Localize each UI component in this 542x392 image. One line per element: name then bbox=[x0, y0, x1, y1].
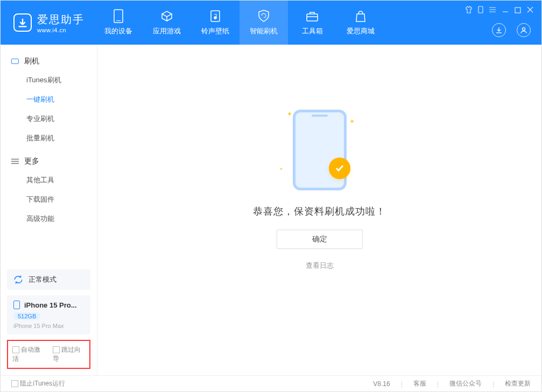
bag-icon bbox=[354, 9, 368, 23]
device-name-row: iPhone 15 Pro... bbox=[13, 301, 84, 309]
check-badge-icon bbox=[329, 158, 350, 179]
success-illustration: ✦ ✦ ✦ bbox=[274, 107, 365, 193]
nav-toolbox[interactable]: 工具箱 bbox=[288, 1, 336, 45]
sidebar-bottom: 正常模式 iPhone 15 Pro... 512GB iPhone 15 Pr… bbox=[1, 263, 97, 375]
download-icon[interactable] bbox=[492, 23, 506, 37]
sidebar-group-flash: 刷机 bbox=[1, 52, 97, 70]
more-group-icon bbox=[11, 159, 19, 164]
sidebar-item-download-firmware[interactable]: 下载固件 bbox=[1, 190, 97, 209]
sidebar: 刷机 iTunes刷机 一键刷机 专业刷机 批量刷机 更多 其他工具 下载固件 … bbox=[1, 45, 97, 375]
svg-point-7 bbox=[523, 28, 525, 31]
sidebar-item-pro-flash[interactable]: 专业刷机 bbox=[1, 109, 97, 129]
svg-rect-5 bbox=[478, 6, 483, 13]
main-nav: 我的设备 应用游戏 铃声壁纸 智能刷机 工具箱 爱思商城 bbox=[94, 1, 385, 45]
version-label: V8.16 bbox=[373, 380, 390, 388]
sidebar-group-more: 更多 bbox=[1, 152, 97, 170]
flash-group-icon bbox=[11, 59, 19, 64]
main-content: ✦ ✦ ✦ 恭喜您，保资料刷机成功啦！ 确定 查看日志 bbox=[97, 45, 541, 375]
mode-card[interactable]: 正常模式 bbox=[7, 269, 90, 290]
phone-icon bbox=[13, 301, 20, 309]
logo-icon bbox=[13, 13, 32, 32]
ok-button[interactable]: 确定 bbox=[277, 230, 363, 249]
sidebar-item-oneclick-flash[interactable]: 一键刷机 bbox=[1, 90, 97, 109]
storage-badge: 512GB bbox=[13, 312, 40, 320]
sidebar-item-advanced[interactable]: 高级功能 bbox=[1, 209, 97, 229]
check-update-link[interactable]: 检查更新 bbox=[505, 379, 531, 388]
checkbox-annotation-box: 自动激活 跳过向导 bbox=[7, 340, 90, 369]
sidebar-item-batch-flash[interactable]: 批量刷机 bbox=[1, 129, 97, 148]
sidebar-item-itunes-flash[interactable]: iTunes刷机 bbox=[1, 70, 97, 90]
music-icon bbox=[208, 9, 222, 23]
device-card[interactable]: iPhone 15 Pro... 512GB iPhone 15 Pro Max bbox=[7, 295, 90, 334]
block-itunes-checkbox[interactable]: 阻止iTunes运行 bbox=[11, 379, 65, 388]
svg-point-3 bbox=[214, 17, 216, 19]
view-log-link[interactable]: 查看日志 bbox=[306, 261, 334, 270]
close-icon[interactable] bbox=[526, 6, 534, 16]
nav-my-device[interactable]: 我的设备 bbox=[94, 1, 143, 45]
window-controls bbox=[465, 6, 534, 16]
status-right: V8.16 | 客服 | 微信公众号 | 检查更新 bbox=[373, 379, 531, 388]
logo-area: 爱思助手 www.i4.cn bbox=[13, 12, 94, 33]
maximize-icon[interactable] bbox=[515, 6, 521, 16]
svg-rect-6 bbox=[515, 8, 520, 13]
brand-subtitle: www.i4.cn bbox=[37, 27, 85, 33]
skin-icon[interactable] bbox=[465, 6, 473, 16]
brand: 爱思助手 www.i4.cn bbox=[37, 12, 85, 33]
app-body: 刷机 iTunes刷机 一键刷机 专业刷机 批量刷机 更多 其他工具 下载固件 … bbox=[1, 45, 541, 375]
nav-apps-games[interactable]: 应用游戏 bbox=[143, 1, 191, 45]
nav-store[interactable]: 爱思商城 bbox=[336, 1, 385, 45]
svg-rect-2 bbox=[211, 11, 220, 22]
minimize-icon[interactable] bbox=[502, 6, 509, 16]
device-icon bbox=[111, 9, 125, 23]
wechat-link[interactable]: 微信公众号 bbox=[449, 379, 482, 388]
refresh-icon bbox=[13, 275, 23, 284]
auto-activate-checkbox[interactable]: 自动激活 bbox=[12, 345, 45, 364]
phone-small-icon[interactable] bbox=[478, 6, 483, 16]
cube-icon bbox=[160, 9, 174, 23]
support-link[interactable]: 客服 bbox=[413, 379, 426, 388]
svg-rect-4 bbox=[307, 14, 318, 21]
svg-rect-1 bbox=[116, 20, 121, 21]
user-icon[interactable] bbox=[517, 23, 531, 37]
brand-title: 爱思助手 bbox=[37, 12, 85, 27]
menu-icon[interactable] bbox=[489, 6, 496, 16]
success-message: 恭喜您，保资料刷机成功啦！ bbox=[253, 205, 386, 218]
shield-refresh-icon bbox=[257, 9, 271, 23]
sidebar-item-other-tools[interactable]: 其他工具 bbox=[1, 170, 97, 190]
status-bar: 阻止iTunes运行 V8.16 | 客服 | 微信公众号 | 检查更新 bbox=[1, 375, 541, 391]
toolbox-icon bbox=[305, 9, 319, 23]
mode-label: 正常模式 bbox=[29, 275, 57, 284]
nav-ringtone-wallpaper[interactable]: 铃声壁纸 bbox=[191, 1, 240, 45]
device-model: iPhone 15 Pro Max bbox=[13, 323, 84, 329]
skip-wizard-checkbox[interactable]: 跳过向导 bbox=[53, 345, 86, 364]
nav-smart-flash[interactable]: 智能刷机 bbox=[240, 1, 288, 45]
app-header: 爱思助手 www.i4.cn 我的设备 应用游戏 铃声壁纸 智能刷机 工具箱 爱… bbox=[1, 1, 541, 45]
header-user-icons bbox=[492, 23, 531, 37]
